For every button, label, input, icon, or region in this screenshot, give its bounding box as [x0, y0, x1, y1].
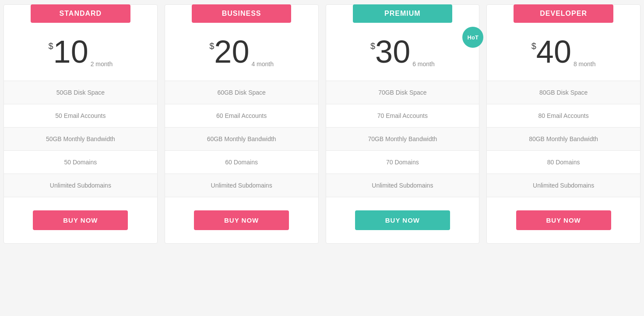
buy-section-developer: BUY NOW [487, 197, 640, 243]
feature-item: 50 Email Accounts [4, 104, 157, 128]
price-amount-standard: 10 [53, 36, 88, 67]
price-wrapper-premium: $306 month [335, 36, 471, 67]
currency-symbol-developer: $ [531, 41, 536, 51]
buy-section-standard: BUY NOW [4, 197, 157, 243]
feature-item: 80GB Disk Space [487, 81, 640, 104]
price-amount-premium: 30 [375, 36, 410, 67]
feature-item: 70GB Monthly Bandwidth [326, 128, 479, 151]
buy-button-business[interactable]: BUY NOW [194, 210, 289, 230]
feature-item: 60 Email Accounts [165, 104, 318, 128]
plan-card-developer: DEVELOPER$408 month80GB Disk Space80 Ema… [486, 4, 640, 244]
price-wrapper-standard: $102 month [13, 36, 148, 67]
buy-section-business: BUY NOW [165, 197, 318, 243]
buy-button-developer[interactable]: BUY NOW [516, 210, 611, 230]
feature-item: 60GB Disk Space [165, 81, 318, 104]
price-amount-business: 20 [214, 36, 249, 67]
price-period-standard: 2 month [91, 60, 113, 67]
feature-item: 50GB Monthly Bandwidth [4, 128, 157, 151]
feature-item: Unlimited Subdomains [165, 174, 318, 197]
currency-symbol-business: $ [209, 41, 214, 51]
feature-item: 60GB Monthly Bandwidth [165, 128, 318, 151]
feature-item: Unlimited Subdomains [326, 174, 479, 197]
feature-item: 70 Email Accounts [326, 104, 479, 128]
feature-item: 80 Email Accounts [487, 104, 640, 128]
buy-button-standard[interactable]: BUY NOW [33, 210, 128, 230]
price-section-business: $204 month [165, 23, 318, 81]
feature-item: 60 Domains [165, 151, 318, 174]
price-section-premium: $306 month [326, 23, 479, 81]
price-wrapper-business: $204 month [174, 36, 310, 67]
feature-item: 70GB Disk Space [326, 81, 479, 104]
price-period-developer: 8 month [574, 60, 596, 67]
price-period-premium: 6 month [412, 60, 435, 67]
pricing-container: STANDARD$102 month50GB Disk Space50 Emai… [0, 0, 644, 252]
plan-header-standard: STANDARD [31, 4, 130, 23]
plan-card-business: BUSINESS$204 month60GB Disk Space60 Emai… [165, 4, 319, 244]
features-list-developer: 80GB Disk Space80 Email Accounts80GB Mon… [487, 81, 640, 197]
plan-card-standard: STANDARD$102 month50GB Disk Space50 Emai… [4, 4, 158, 244]
feature-item: Unlimited Subdomains [487, 174, 640, 197]
price-amount-developer: 40 [536, 36, 571, 67]
feature-item: 80GB Monthly Bandwidth [487, 128, 640, 151]
plan-header-developer: DEVELOPER [514, 4, 613, 23]
feature-item: 50 Domains [4, 151, 157, 174]
feature-item: 50GB Disk Space [4, 81, 157, 104]
plan-card-premium: PREMIUMHoT$306 month70GB Disk Space70 Em… [326, 4, 480, 244]
hot-badge: HoT [462, 27, 483, 48]
feature-item: 70 Domains [326, 151, 479, 174]
features-list-premium: 70GB Disk Space70 Email Accounts70GB Mon… [326, 81, 479, 197]
buy-section-premium: BUY NOW [326, 197, 479, 243]
feature-item: 80 Domains [487, 151, 640, 174]
price-period-business: 4 month [251, 60, 274, 67]
plan-header-premium: PREMIUM [353, 4, 452, 23]
feature-item: Unlimited Subdomains [4, 174, 157, 197]
features-list-business: 60GB Disk Space60 Email Accounts60GB Mon… [165, 81, 318, 197]
currency-symbol-premium: $ [370, 41, 375, 51]
buy-button-premium[interactable]: BUY NOW [355, 210, 450, 230]
price-wrapper-developer: $408 month [496, 36, 631, 67]
plan-header-business: BUSINESS [192, 4, 291, 23]
currency-symbol-standard: $ [48, 41, 53, 51]
price-section-developer: $408 month [487, 23, 640, 81]
price-section-standard: $102 month [4, 23, 157, 81]
features-list-standard: 50GB Disk Space50 Email Accounts50GB Mon… [4, 81, 157, 197]
